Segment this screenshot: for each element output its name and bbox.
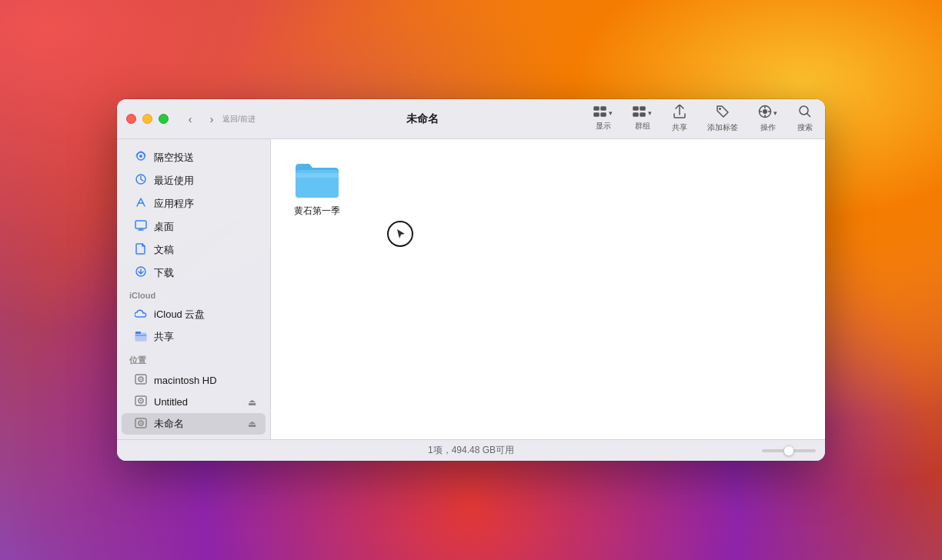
location-section-label: 位置 xyxy=(117,348,270,369)
svg-rect-2 xyxy=(594,113,600,117)
airdrop-icon xyxy=(134,150,148,165)
svg-point-28 xyxy=(388,222,413,246)
file-area: 黄石第一季 xyxy=(271,139,825,439)
recents-label: 最近使用 xyxy=(154,174,256,188)
svg-point-21 xyxy=(140,378,142,380)
finder-window: ‹ › 返回/前进 未命名 ▾ xyxy=(117,99,825,461)
desktop-icon xyxy=(134,219,148,234)
share-label: 共享 xyxy=(672,122,687,133)
svg-rect-3 xyxy=(601,113,606,117)
status-text: 1项，494.48 GB可用 xyxy=(428,444,514,457)
svg-point-8 xyxy=(719,108,721,110)
action-icon-row: ▾ xyxy=(758,105,777,121)
titlebar: ‹ › 返回/前进 未命名 ▾ xyxy=(117,99,825,139)
documents-icon xyxy=(134,242,148,257)
sidebar-item-recents[interactable]: 最近使用 xyxy=(122,169,266,192)
nav-label: 返回/前进 xyxy=(222,114,256,125)
group-tool[interactable]: ▾ 群组 xyxy=(630,105,655,133)
icloud-section-label: iCloud xyxy=(117,285,270,303)
slider-track xyxy=(762,449,816,452)
share-tool[interactable]: 共享 xyxy=(669,103,690,135)
sidebar-item-downloads[interactable]: 下载 xyxy=(122,262,266,284)
maximize-button[interactable] xyxy=(159,114,169,124)
sidebar-item-unnamed[interactable]: 未命名 ⏏ xyxy=(122,413,266,435)
sidebar-item-icloud-drive[interactable]: iCloud 云盘 xyxy=(122,304,266,325)
macintosh-hd-label: macintosh HD xyxy=(154,375,256,386)
tag-icon xyxy=(716,105,730,121)
sidebar-item-documents[interactable]: 文稿 xyxy=(122,238,266,261)
sidebar-item-airdrop[interactable]: 隔空投送 xyxy=(122,146,266,168)
display-arrow: ▾ xyxy=(609,109,613,117)
applications-icon xyxy=(134,196,148,211)
action-tool[interactable]: ▾ 操作 xyxy=(755,103,780,135)
sidebar: 隔空投送 最近使用 应用程序 xyxy=(117,139,271,439)
icloud-drive-label: iCloud 云盘 xyxy=(154,308,256,322)
airdrop-label: 隔空投送 xyxy=(154,151,256,165)
sidebar-item-shared[interactable]: 共享 xyxy=(122,326,266,348)
svg-rect-4 xyxy=(633,107,639,111)
sidebar-item-macintosh-hd[interactable]: macintosh HD xyxy=(122,370,266,391)
file-item-huangshi[interactable]: 黄石第一季 xyxy=(286,155,348,222)
file-grid: 黄石第一季 xyxy=(286,155,810,222)
display-icon xyxy=(593,106,607,119)
sidebar-item-untitled[interactable]: Untitled ⏏ xyxy=(122,392,266,412)
file-name-huangshi: 黄石第一季 xyxy=(294,205,340,218)
icloud-drive-icon xyxy=(134,308,148,321)
slider-thumb xyxy=(783,445,794,456)
svg-point-13 xyxy=(139,155,142,158)
cursor-circle xyxy=(386,220,414,251)
status-bar: 1项，494.48 GB可用 xyxy=(117,439,825,461)
close-button[interactable] xyxy=(126,114,136,124)
group-icon xyxy=(633,106,646,119)
svg-rect-17 xyxy=(135,333,146,341)
downloads-label: 下载 xyxy=(154,266,256,280)
documents-label: 文稿 xyxy=(154,243,256,257)
share-icon xyxy=(673,105,686,121)
display-icon-row: ▾ xyxy=(593,106,613,119)
group-label: 群组 xyxy=(635,121,650,132)
unnamed-eject[interactable]: ⏏ xyxy=(248,418,256,429)
shared-label: 共享 xyxy=(154,330,256,344)
svg-rect-5 xyxy=(640,107,646,111)
search-tool[interactable]: 搜索 xyxy=(794,103,816,135)
folder-icon xyxy=(292,159,342,201)
back-button[interactable]: ‹ xyxy=(181,110,199,128)
downloads-icon xyxy=(134,265,148,280)
shared-icon xyxy=(134,331,148,344)
minimize-button[interactable] xyxy=(142,114,152,124)
svg-rect-18 xyxy=(135,332,141,334)
search-label: 搜索 xyxy=(797,122,813,133)
zoom-slider[interactable] xyxy=(762,449,816,452)
svg-point-24 xyxy=(140,400,142,402)
untitled-label: Untitled xyxy=(154,396,242,408)
svg-point-27 xyxy=(140,422,142,424)
traffic-lights xyxy=(126,114,169,124)
main-content: 隔空投送 最近使用 应用程序 xyxy=(117,139,825,439)
unnamed-icon xyxy=(134,418,148,431)
toolbar-tools: ▾ 显示 ▾ 群组 xyxy=(590,103,816,135)
window-title: 未命名 xyxy=(256,112,590,126)
display-tool[interactable]: ▾ 显示 xyxy=(590,105,616,133)
group-icon-row: ▾ xyxy=(633,106,652,119)
untitled-eject[interactable]: ⏏ xyxy=(248,397,256,408)
svg-rect-0 xyxy=(594,107,600,111)
forward-button[interactable]: › xyxy=(202,110,221,128)
svg-rect-15 xyxy=(135,221,146,228)
tag-label: 添加标签 xyxy=(707,122,738,133)
sidebar-item-applications[interactable]: 应用程序 xyxy=(122,192,266,215)
macintosh-hd-icon xyxy=(134,374,148,387)
recents-icon xyxy=(134,173,148,188)
applications-label: 应用程序 xyxy=(154,197,256,211)
action-arrow: ▾ xyxy=(773,109,777,117)
search-icon xyxy=(798,105,812,121)
svg-point-10 xyxy=(763,109,767,114)
nav-buttons: ‹ › xyxy=(181,110,221,128)
svg-rect-1 xyxy=(601,107,606,111)
svg-rect-6 xyxy=(633,113,639,117)
display-label: 显示 xyxy=(596,121,611,132)
tag-tool[interactable]: 添加标签 xyxy=(704,103,741,135)
action-label: 操作 xyxy=(760,122,776,133)
untitled-icon xyxy=(134,395,148,408)
desktop-label: 桌面 xyxy=(154,220,256,234)
sidebar-item-desktop[interactable]: 桌面 xyxy=(122,215,266,238)
